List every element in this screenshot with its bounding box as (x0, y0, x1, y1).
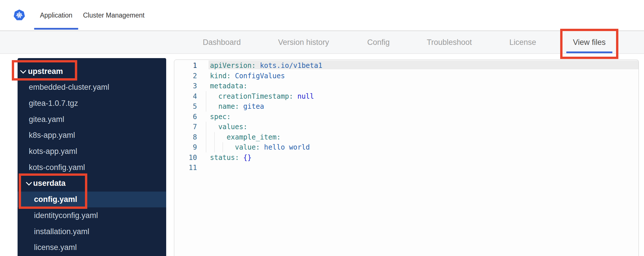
topnav-tab-label: Cluster Management (83, 12, 145, 19)
subnav-tab-label: Dashboard (203, 38, 241, 47)
app-tab-bar: DashboardVersion historyConfigTroublesho… (0, 31, 644, 54)
kots-admin-console: ApplicationCluster Management DashboardV… (0, 0, 644, 256)
tree-file-label: kots-config.yaml (29, 163, 85, 172)
code-line-text: values: (210, 122, 247, 132)
code-line-text: metadata: (210, 81, 247, 91)
subnav-tab-troubleshoot[interactable]: Troubleshoot (427, 31, 472, 54)
tree-file-embedded-cluster-yaml[interactable]: embedded-cluster.yaml (18, 79, 166, 95)
tree-file-kots-config-yaml[interactable]: kots-config.yaml (18, 160, 166, 175)
subnav-tab-label: Version history (278, 38, 329, 47)
line-number: 7 (174, 122, 197, 132)
subnav-tab-label: Troubleshoot (427, 38, 472, 47)
code-line-9: 9 value: hello world (174, 142, 639, 152)
subnav-tab-version-history[interactable]: Version history (278, 31, 329, 54)
line-number: 5 (174, 101, 197, 112)
tree-folder-upstream[interactable]: upstream (18, 64, 166, 79)
line-number: 9 (174, 142, 197, 152)
code-line-text: example_item: (210, 132, 281, 142)
line-number: 11 (174, 163, 197, 173)
code-line-text: creationTimestamp: null (210, 91, 314, 102)
tree-file-gitea-1-0-7-tgz[interactable]: gitea-1.0.7.tgz (18, 95, 166, 111)
subnav-tab-dashboard[interactable]: Dashboard (203, 31, 241, 54)
tree-file-label: gitea.yaml (29, 115, 64, 124)
tree-folder-label: userdata (33, 179, 66, 188)
subnav-tab-label: View files (573, 38, 606, 47)
tree-file-label: config.yaml (34, 195, 77, 204)
tree-file-k8s-app-yaml[interactable]: k8s-app.yaml (18, 127, 166, 143)
tree-file-label: identityconfig.yaml (34, 211, 98, 220)
subnav-tab-label: Config (367, 38, 390, 47)
tree-folder-label: upstream (28, 67, 63, 76)
chevron-down-icon (26, 179, 32, 186)
line-number: 2 (174, 71, 197, 81)
code-line-text: kind: ConfigValues (210, 71, 285, 81)
code-editor[interactable]: 1apiVersion: kots.io/v1beta12kind: Confi… (174, 60, 639, 256)
code-line-text: value: hello world (210, 142, 310, 152)
line-number: 1 (174, 60, 197, 71)
tree-file-label: license.yaml (34, 243, 77, 252)
tree-file-label: gitea-1.0.7.tgz (29, 99, 78, 108)
file-tree-sidebar: upstreamembedded-cluster.yamlgitea-1.0.7… (18, 58, 166, 256)
topnav-tab-label: Application (40, 12, 73, 19)
line-number: 10 (174, 152, 197, 163)
chevron-down-icon (20, 67, 26, 73)
top-nav: ApplicationCluster Management (0, 0, 644, 31)
topnav-tab-cluster-management[interactable]: Cluster Management (71, 0, 157, 30)
tree-file-installation-yaml[interactable]: installation.yaml (18, 224, 166, 240)
code-line-10: 10status: {} (174, 152, 639, 163)
code-line-text: status: {} (210, 152, 252, 163)
code-line-text: apiVersion: kots.io/v1beta1 (210, 60, 322, 71)
subnav-tab-license[interactable]: License (509, 31, 536, 54)
tree-file-label: embedded-cluster.yaml (29, 83, 109, 92)
line-number: 6 (174, 112, 197, 122)
tree-file-config-yaml[interactable]: config.yaml (18, 192, 166, 207)
tree-file-label: k8s-app.yaml (29, 131, 75, 140)
code-line-1: 1apiVersion: kots.io/v1beta1 (174, 60, 639, 71)
tree-file-license-yaml[interactable]: license.yaml (18, 240, 166, 255)
active-subtab-underline (566, 51, 612, 53)
code-line-2: 2kind: ConfigValues (174, 71, 639, 81)
code-line-3: 3metadata: (174, 81, 639, 91)
tree-file-kots-app-yaml[interactable]: kots-app.yaml (18, 144, 166, 159)
subnav-tab-label: License (509, 38, 536, 47)
tree-file-label: kots-app.yaml (29, 147, 77, 156)
subnav-tab-view-files[interactable]: View files (573, 31, 606, 54)
subnav-tab-config[interactable]: Config (367, 31, 390, 54)
code-line-6: 6spec: (174, 112, 639, 122)
tree-folder-userdata[interactable]: userdata (18, 175, 166, 191)
tree-file-identityconfig-yaml[interactable]: identityconfig.yaml (18, 208, 166, 223)
code-line-text: spec: (210, 112, 231, 122)
code-line-7: 7 values: (174, 122, 639, 132)
line-number: 3 (174, 81, 197, 91)
code-line-11: 11 (174, 163, 639, 173)
code-line-text: name: gitea (210, 101, 264, 112)
code-line-5: 5 name: gitea (174, 101, 639, 112)
code-line-4: 4 creationTimestamp: null (174, 91, 639, 102)
tree-file-gitea-yaml[interactable]: gitea.yaml (18, 112, 166, 127)
line-number: 4 (174, 91, 197, 102)
code-line-8: 8 example_item: (174, 132, 639, 142)
line-number: 8 (174, 132, 197, 142)
tree-file-label: installation.yaml (34, 227, 89, 236)
